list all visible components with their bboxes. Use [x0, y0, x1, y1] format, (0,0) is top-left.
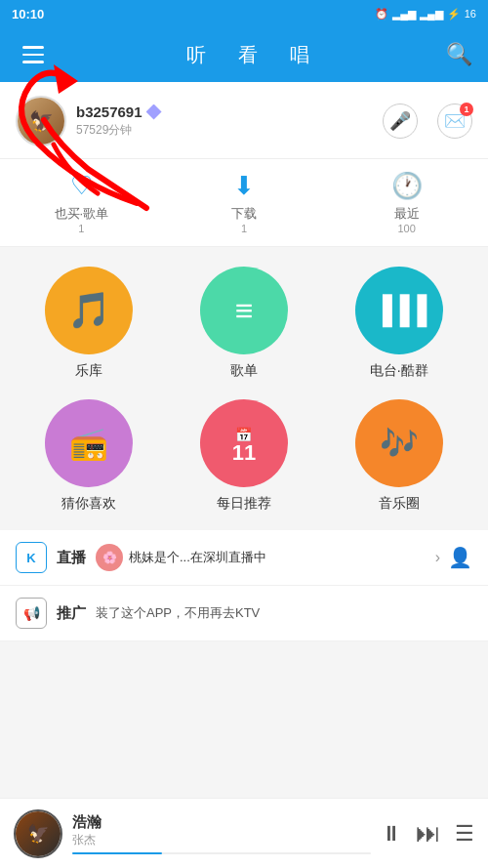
follow-icon[interactable]: 👤 — [448, 546, 472, 569]
main-grid: 🎵 乐库 ≡ 歌单 ▐▐▐ 电台·酷群 📻 猜你喜欢 📅 11 — [0, 247, 488, 522]
nav-tabs: 听 看 唱 — [186, 42, 310, 68]
nav-bar: 听 看 唱 🔍 — [0, 27, 488, 82]
grid-item-recommend[interactable]: 📻 猜你喜欢 — [20, 399, 159, 513]
grid-item-musiccircle[interactable]: 🎶 音乐圈 — [329, 399, 468, 513]
live-icon-box: K — [16, 542, 47, 573]
radio-label: 电台·酷群 — [370, 362, 428, 380]
musiccircle-circle: 🎶 — [355, 399, 443, 487]
player-info: 浩瀚 张杰 — [72, 813, 371, 854]
radio-circle: ▐▐▐ — [355, 267, 443, 354]
day-number: 11 — [232, 442, 256, 464]
player-artist: 张杰 — [72, 832, 371, 848]
status-icons: ⏰ ▂▄▆ ▂▄▆ ⚡ 16 — [375, 8, 476, 21]
grid-item-yeku[interactable]: 🎵 乐库 — [20, 267, 159, 380]
download-icon: ⬇ — [163, 171, 326, 201]
profile-info: b3257691 57529分钟 — [76, 103, 162, 139]
heart-icon: ♡ — [0, 171, 163, 201]
bottom-player: 🦅 浩瀚 张杰 ⏸ ⏭ ☰ — [0, 798, 488, 868]
yeku-circle: 🎵 — [45, 267, 133, 354]
player-controls: ⏸ ⏭ ☰ — [381, 818, 474, 848]
avatar[interactable]: 🦅 — [16, 96, 66, 146]
quick-actions: ♡ 也买·歌单 1 ⬇ 下载 1 🕐 最近 100 — [0, 159, 488, 247]
promo-banner[interactable]: 📢 推广 装了这个APP，不用再去KTV — [0, 586, 488, 641]
clock-icon: ⏰ — [375, 8, 388, 21]
tab-watch[interactable]: 看 — [238, 42, 259, 68]
grid-item-daily[interactable]: 📅 11 每日推荐 — [175, 399, 314, 513]
player-title: 浩瀚 — [72, 813, 371, 832]
mail-badge: 1 — [460, 103, 473, 116]
playlist-circle: ≡ — [200, 267, 288, 354]
quick-action-playlist[interactable]: ♡ 也买·歌单 1 — [0, 171, 163, 234]
live-content: 🌸 桃妹是个...在深圳直播中 › — [96, 544, 440, 571]
profile-score: 57529分钟 — [76, 122, 162, 139]
promo-text: 装了这个APP，不用再去KTV — [96, 604, 260, 622]
live-text: 桃妹是个...在深圳直播中 — [129, 549, 266, 566]
playlist-grid-label: 歌单 — [230, 362, 258, 380]
mic-button[interactable]: 🎤 — [383, 103, 418, 139]
profile-name: b3257691 — [76, 103, 162, 120]
list-icon: ≡ — [235, 293, 254, 329]
playlist-button[interactable]: ☰ — [455, 821, 474, 847]
scroll-content: 🦅 b3257691 57529分钟 🎤 ✉️ 1 ♡ 也买·歌单 — [0, 82, 488, 798]
yeku-label: 乐库 — [75, 362, 102, 380]
banner-section: K 直播 🌸 桃妹是个...在深圳直播中 › 👤 📢 推广 装了这个APP，不用… — [0, 530, 488, 641]
streamer-avatar: 🌸 — [96, 544, 123, 571]
playlist-count: 1 — [0, 223, 163, 234]
quick-action-recent[interactable]: 🕐 最近 100 — [325, 171, 488, 234]
player-album[interactable]: 🦅 — [14, 809, 62, 858]
playlist-label: 也买·歌单 — [0, 205, 163, 223]
profile-section: 🦅 b3257691 57529分钟 🎤 ✉️ 1 — [0, 82, 488, 159]
profile-right: 🎤 ✉️ 1 — [383, 103, 472, 139]
tab-listen[interactable]: 听 — [186, 42, 207, 68]
username-text: b3257691 — [76, 103, 142, 120]
promo-icon: 📢 — [23, 605, 40, 621]
streamer-avatar-img: 🌸 — [102, 551, 117, 564]
signal-icon: ▂▄▆ — [392, 8, 416, 21]
recent-label: 最近 — [325, 205, 488, 223]
status-time: 10:10 — [12, 7, 44, 21]
download-count: 1 — [163, 223, 326, 234]
grid-item-radio[interactable]: ▐▐▐ 电台·酷群 — [329, 267, 468, 380]
battery-icon: ⚡ — [447, 8, 461, 21]
k-live-icon: K — [26, 551, 35, 565]
menu-button[interactable] — [16, 37, 51, 72]
next-button[interactable]: ⏭ — [416, 818, 441, 848]
download-label: 下载 — [163, 205, 326, 223]
player-album-art: 🦅 — [16, 811, 61, 856]
heart-outline-icon: 📻 — [69, 425, 108, 462]
live-arrow: › — [435, 549, 440, 566]
radio-wave-icon: ▐▐▐ — [373, 295, 426, 326]
mail-button[interactable]: ✉️ 1 — [437, 103, 472, 139]
profile-left: 🦅 b3257691 57529分钟 — [16, 96, 162, 146]
vip-badge — [146, 104, 162, 120]
avatar-image: 🦅 — [18, 98, 64, 145]
live-banner[interactable]: K 直播 🌸 桃妹是个...在深圳直播中 › 👤 — [0, 530, 488, 586]
promo-label: 推广 — [57, 604, 86, 623]
music-note-icon: 🎵 — [67, 290, 111, 331]
live-label: 直播 — [57, 549, 86, 567]
tab-sing[interactable]: 唱 — [290, 42, 310, 68]
musiccircle-label: 音乐圈 — [379, 495, 420, 513]
grid-item-playlist[interactable]: ≡ 歌单 — [175, 267, 314, 380]
battery-level: 16 — [465, 8, 476, 20]
daily-circle: 📅 11 — [200, 399, 288, 487]
search-button[interactable]: 🔍 — [446, 42, 472, 67]
recommend-label: 猜你喜欢 — [61, 495, 116, 513]
pause-button[interactable]: ⏸ — [381, 821, 402, 847]
quick-action-download[interactable]: ⬇ 下载 1 — [163, 171, 326, 234]
recent-icon: 🕐 — [325, 171, 488, 201]
recommend-circle: 📻 — [45, 399, 133, 487]
recent-count: 100 — [325, 223, 488, 234]
promo-icon-box: 📢 — [16, 598, 47, 629]
player-progress-bar[interactable] — [72, 852, 371, 854]
daily-label: 每日推荐 — [217, 495, 271, 513]
disc-icon: 🎶 — [380, 425, 419, 462]
signal2-icon: ▂▄▆ — [420, 8, 443, 21]
player-progress-fill — [72, 852, 162, 854]
status-bar: 10:10 ⏰ ▂▄▆ ▂▄▆ ⚡ 16 — [0, 0, 488, 27]
